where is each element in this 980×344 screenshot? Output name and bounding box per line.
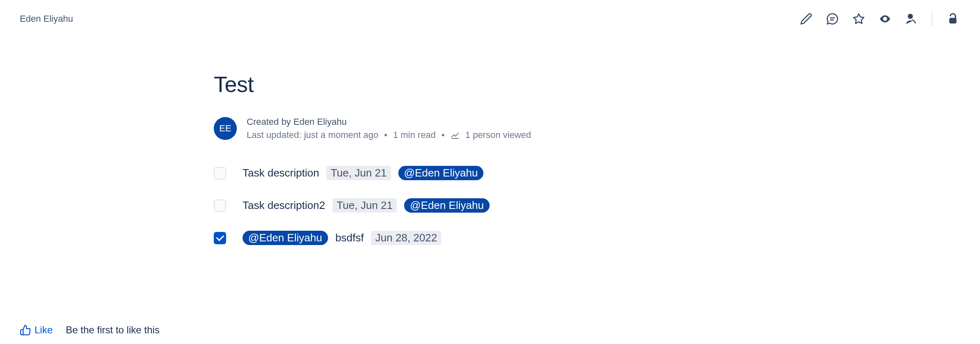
task-row: @Eden Eliyahu bsdfsf Jun 28, 2022: [214, 231, 658, 245]
analytics-icon[interactable]: [451, 131, 460, 140]
presence-icon[interactable]: [904, 11, 919, 26]
restrictions-unlocked-icon[interactable]: [945, 11, 960, 26]
task-date-chip: Tue, Jun 21: [326, 166, 391, 180]
task-text: Task description2: [243, 199, 325, 212]
page-title: Test: [214, 71, 658, 97]
breadcrumb[interactable]: Eden Eliyahu: [20, 14, 73, 24]
edit-icon[interactable]: [799, 11, 814, 26]
task-text: bsdfsf: [335, 232, 364, 244]
task-checkbox[interactable]: [214, 167, 226, 179]
created-by[interactable]: Created by Eden Eliyahu: [247, 117, 531, 127]
star-icon[interactable]: [851, 11, 866, 26]
task-checkbox[interactable]: [214, 200, 226, 212]
svg-point-3: [884, 18, 886, 20]
mention-pill[interactable]: @Eden Eliyahu: [398, 166, 484, 180]
like-button[interactable]: Like: [20, 324, 53, 336]
author-avatar[interactable]: EE: [214, 117, 237, 140]
byline: EE Created by Eden Eliyahu Last updated:…: [214, 117, 658, 140]
task-date-chip: Jun 28, 2022: [371, 231, 441, 245]
task-text: Task description: [243, 167, 319, 179]
read-time: 1 min read: [393, 130, 436, 140]
task-date-chip: Tue, Jun 21: [333, 198, 397, 213]
mention-pill[interactable]: @Eden Eliyahu: [243, 231, 328, 245]
view-count[interactable]: 1 person viewed: [465, 130, 531, 140]
like-row: Like Be the first to like this: [20, 324, 159, 336]
last-updated[interactable]: Last updated: just a moment ago: [247, 130, 378, 140]
mention-pill[interactable]: @Eden Eliyahu: [404, 198, 490, 213]
separator-dot: •: [384, 130, 387, 140]
task-row: Task description2 Tue, Jun 21 @Eden Eliy…: [214, 198, 658, 213]
svg-marker-2: [854, 14, 864, 24]
like-hint: Be the first to like this: [66, 324, 159, 336]
watch-icon[interactable]: [878, 11, 892, 26]
task-list: Task description Tue, Jun 21 @Eden Eliya…: [214, 166, 658, 245]
comment-icon[interactable]: [825, 11, 840, 26]
like-label: Like: [35, 324, 53, 336]
task-checkbox[interactable]: [214, 232, 226, 244]
toolbar-divider: [932, 11, 932, 26]
svg-rect-5: [949, 18, 957, 24]
page-toolbar: [799, 11, 960, 26]
separator-dot: •: [441, 130, 445, 140]
task-row: Task description Tue, Jun 21 @Eden Eliya…: [214, 166, 658, 180]
svg-point-4: [908, 14, 913, 19]
